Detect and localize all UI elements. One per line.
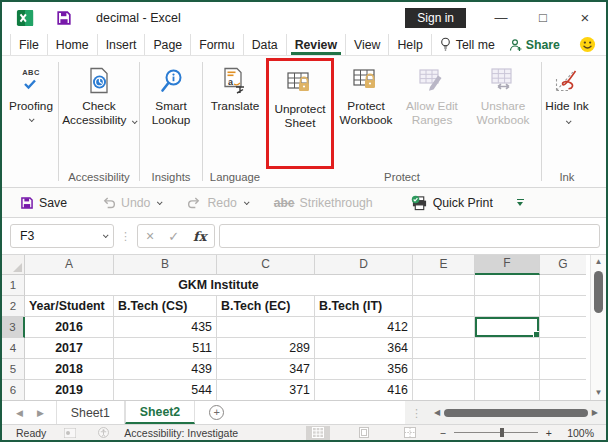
column-header-A[interactable]: A [25,255,114,275]
macro-record-icon[interactable] [64,428,78,438]
tab-insert[interactable]: Insert [98,34,146,55]
zoom-in-button[interactable]: + [546,427,552,439]
cell[interactable] [413,359,475,380]
sign-in-button[interactable]: Sign in [405,8,466,28]
tab-file[interactable]: File [10,34,48,55]
new-sheet-button[interactable]: + [209,401,224,424]
cell[interactable] [540,380,586,400]
cell-C6[interactable]: 371 [217,380,315,400]
cell-C5[interactable]: 347 [217,359,315,380]
cell-A2[interactable]: Year/Student [25,296,114,317]
cell-F3-selected[interactable] [475,317,540,338]
tab-help[interactable]: Help [389,34,431,55]
formula-input[interactable] [219,224,600,248]
cell-D6[interactable]: 416 [315,380,413,400]
feedback-smiley-icon[interactable] [579,34,596,55]
sheet-tab-sheet1[interactable]: Sheet1 [56,401,125,424]
autosave-save-icon[interactable] [56,10,72,26]
tell-me-button[interactable]: Tell me [432,34,503,55]
minimize-button[interactable]: — [480,3,522,33]
prev-sheet-icon[interactable]: ◀ [16,408,23,418]
column-header-G[interactable]: G [540,255,586,275]
tab-data[interactable]: Data [244,34,287,55]
row-header-3[interactable]: 3 [2,317,25,338]
cell-B5[interactable]: 439 [114,359,217,380]
row-header-1[interactable]: 1 [2,275,25,296]
cell-B4[interactable]: 511 [114,338,217,359]
page-break-view-button[interactable] [398,426,422,440]
cell[interactable] [413,275,475,296]
cell[interactable] [540,317,586,338]
hide-ink-button[interactable]: Hide Ink [544,58,590,169]
close-button[interactable]: × [564,3,606,33]
scroll-right-icon[interactable]: ▶ [592,408,598,417]
name-box[interactable]: F3 [10,224,114,248]
cell-A3[interactable]: 2016 [25,317,114,338]
cell[interactable] [413,317,475,338]
normal-view-button[interactable] [306,426,330,440]
cell-B6[interactable]: 544 [114,380,217,400]
tab-home[interactable]: Home [48,34,98,55]
cell-B2[interactable]: B.Tech (CS) [114,296,217,317]
insert-function-icon[interactable]: fx [193,229,206,244]
select-all-corner[interactable] [2,255,25,275]
cell-D5[interactable]: 356 [315,359,413,380]
cell-B3[interactable]: 435 [114,317,217,338]
cell-A5[interactable]: 2018 [25,359,114,380]
cell[interactable] [540,275,586,296]
cell[interactable] [475,380,540,400]
cell[interactable] [413,296,475,317]
zoom-out-button[interactable]: − [440,427,446,439]
tab-view[interactable]: View [346,34,389,55]
row-header-4[interactable]: 4 [2,338,25,359]
cell[interactable] [475,359,540,380]
page-layout-view-button[interactable] [352,426,376,440]
accessibility-person-icon[interactable] [98,428,112,438]
vertical-scroll-thumb[interactable] [594,271,603,313]
scroll-left-icon[interactable]: ◀ [434,408,440,417]
cell-A1-merged-title[interactable]: GKM Institute [25,275,413,296]
cancel-icon[interactable]: × [146,228,154,244]
proofing-button[interactable]: ABC Proofing [6,58,56,169]
sheet-tab-sheet2[interactable]: Sheet2 [125,401,195,424]
row-header-6[interactable]: 6 [2,380,25,400]
translate-button[interactable]: a Translate [205,58,265,169]
customize-qat-button[interactable] [517,199,524,206]
accessibility-status[interactable]: Accessibility: Investigate [124,427,238,439]
column-header-B[interactable]: B [114,255,217,275]
cell[interactable] [475,296,540,317]
protect-workbook-button[interactable]: Protect Workbook [335,58,397,169]
cell-D2[interactable]: B.Tech (IT) [315,296,413,317]
splitter-dots[interactable]: ⋮ [409,409,424,417]
cell[interactable] [413,338,475,359]
share-button[interactable]: Share [503,34,566,55]
horizontal-scroll-thumb[interactable] [444,409,588,417]
next-sheet-icon[interactable]: ▶ [37,408,44,418]
smart-lookup-button[interactable]: Smart Lookup [142,58,200,169]
horizontal-scrollbar[interactable]: ◀ ▶ [430,408,602,417]
column-header-E[interactable]: E [413,255,475,275]
cell[interactable] [475,338,540,359]
cell[interactable] [475,275,540,296]
tab-formulas[interactable]: Formu [191,34,244,55]
zoom-slider-thumb[interactable] [500,428,504,437]
unprotect-sheet-button[interactable]: Unprotect Sheet [269,61,331,166]
qat-quick-print-button[interactable]: Quick Print [405,195,499,211]
zoom-level[interactable]: 100% [560,427,594,439]
maximize-button[interactable]: □ [522,3,564,33]
cell-C4[interactable]: 289 [217,338,315,359]
row-header-5[interactable]: 5 [2,359,25,380]
cell-D3[interactable]: 412 [315,317,413,338]
column-header-C[interactable]: C [217,255,315,275]
cell-A6[interactable]: 2019 [25,380,114,400]
cell[interactable] [540,338,586,359]
drag-handle-dots[interactable]: ⋮ [118,232,133,240]
check-accessibility-button[interactable]: Check Accessibility [61,58,137,169]
tab-review[interactable]: Review [287,34,346,55]
cell[interactable] [413,380,475,400]
zoom-slider[interactable] [454,432,538,433]
tab-page-layout[interactable]: Page [145,34,191,55]
scroll-up-icon[interactable]: ▲ [595,255,603,269]
enter-icon[interactable]: ✓ [168,229,179,244]
column-header-F[interactable]: F [475,255,540,275]
